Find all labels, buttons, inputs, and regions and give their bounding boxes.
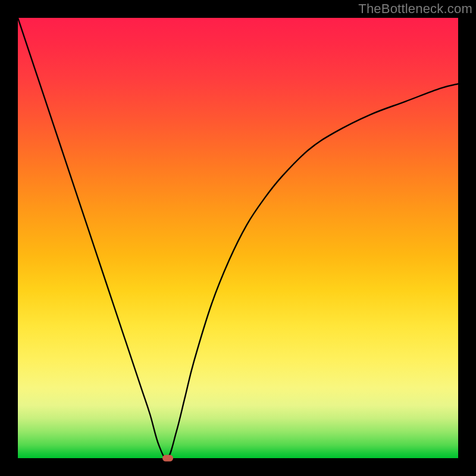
minimum-marker	[162, 455, 173, 462]
plot-area	[18, 18, 458, 458]
watermark-text: TheBottleneck.com	[358, 1, 472, 17]
bottleneck-curve	[18, 18, 458, 458]
chart-frame: TheBottleneck.com	[0, 0, 476, 476]
